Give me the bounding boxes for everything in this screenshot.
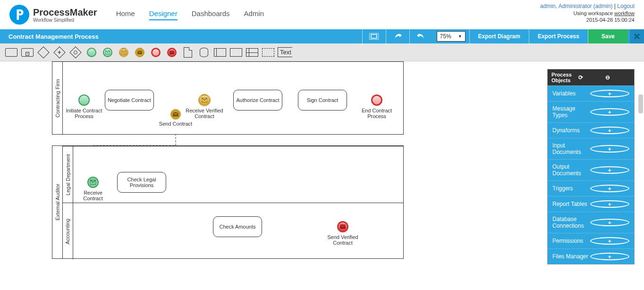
message-start-icon[interactable] [101,47,114,58]
save-button[interactable]: Save [588,29,628,43]
logo-title: ProcessMaker [33,7,97,17]
svg-rect-1 [371,34,377,38]
gateway-plus-icon[interactable]: + [53,47,66,58]
pool-label: Contracting Firm [55,79,60,117]
process-title: Contract Management Process [8,33,362,40]
panel-item-database-connections[interactable]: Database Connections+ [548,212,634,233]
start-event-initiate[interactable] [78,94,90,106]
logo-subtitle: Workflow Simplified [33,17,97,23]
user-link[interactable]: admin, Administrator (admin) [540,3,612,9]
task-negotiate[interactable]: Negotiate Contract [105,90,154,111]
export-diagram-button[interactable]: Export Diagram [469,29,529,43]
logout-link[interactable]: Logout [617,3,635,9]
undo-button[interactable] [409,29,433,43]
nav-designer[interactable]: Designer [149,9,178,20]
task-check-amounts[interactable]: Check Amounts [213,216,262,237]
gateway-shape-icon[interactable] [37,47,50,58]
scrollbar-hint[interactable] [638,94,643,113]
pool-icon[interactable] [213,47,227,58]
intermediate-send-contract[interactable] [170,109,181,119]
task-sign[interactable]: Sign Contract [298,90,347,111]
export-process-button[interactable]: Export Process [529,29,588,43]
close-button[interactable] [630,29,644,43]
lane-accounting-label: Accounting [65,218,71,244]
panel-item-variables[interactable]: Variables+ [548,85,634,101]
logo: ProcessMaker Workflow Simplified [9,5,97,25]
intermediate-label-recv: Receive Verified Contract [186,108,223,119]
receive-contract-label: Receive Contract [74,190,112,201]
add-icon[interactable]: + [590,253,630,260]
end-event-icon[interactable] [149,47,162,58]
add-icon[interactable]: + [590,200,630,208]
refresh-icon[interactable]: ⟳ [578,74,603,81]
panel-item-permissions[interactable]: Permissions+ [548,233,634,248]
task-authorize[interactable]: Authorize Contract [233,90,282,111]
end-event-send-verified[interactable] [337,221,348,232]
message-end-icon[interactable] [165,47,178,58]
intermediate-label-send: Send Contract [157,121,195,127]
add-icon[interactable]: + [590,127,630,134]
add-icon[interactable]: + [590,108,630,116]
task-check-legal[interactable]: Check Legal Provisions [117,172,166,193]
nav-home[interactable]: Home [116,9,135,20]
intermediate-receive-verified[interactable] [198,94,211,106]
panel-item-dynaforms[interactable]: Dynaforms+ [548,122,634,138]
text-annotation-icon[interactable]: Text [278,47,292,58]
logo-icon [9,5,29,25]
redo-button[interactable] [386,29,409,43]
panel-title: Process Objects [551,72,576,83]
add-icon[interactable]: + [590,166,630,174]
lane-icon[interactable] [229,47,243,58]
add-icon[interactable]: + [590,90,630,97]
shape-toolbar: + + Text [0,43,644,61]
panel-item-report-tables[interactable]: Report Tables+ [548,196,634,212]
collapse-icon[interactable]: ⊖ [605,74,630,81]
subprocess-shape-icon[interactable]: + [21,47,34,58]
send-verified-label: Send Verified Contract [324,234,362,246]
data-store-icon[interactable] [197,47,211,58]
panel-item-output-documents[interactable]: Output Documents+ [548,159,634,180]
end-event[interactable] [371,94,382,106]
intermediate-throw-icon[interactable] [133,47,146,58]
process-objects-panel: Process Objects ⟳ ⊖ Variables+ Message T… [547,69,635,264]
add-icon[interactable]: + [590,185,630,192]
fullscreen-button[interactable] [362,29,386,43]
start-event-icon[interactable] [85,47,98,58]
end-event-label: End Contract Process [358,108,396,119]
panel-item-files-manager[interactable]: Files Manager+ [548,248,634,264]
nav-admin[interactable]: Admin [244,9,264,20]
nav-dashboards[interactable]: Dashboards [192,9,230,20]
panel-item-triggers[interactable]: Triggers+ [548,180,634,196]
svg-rect-0 [369,33,379,40]
group-icon[interactable] [246,47,259,58]
timestamp: 2015-04-28 15:00:24 [540,17,635,23]
task-shape-icon[interactable] [5,47,18,58]
zoom-select[interactable]: 75% [437,31,466,42]
panel-item-message-types[interactable]: Message Types+ [548,101,634,122]
lane-legal-label: Legal Department [65,154,71,195]
add-icon[interactable]: + [590,145,630,153]
add-icon[interactable]: + [590,219,630,226]
panel-item-input-documents[interactable]: Input Documents+ [548,138,634,159]
annotation-icon[interactable] [262,47,275,58]
pool2-label: External Auditor [55,184,60,221]
start-event-label: Initiate Contract Process [65,108,103,119]
start-event-receive-contract[interactable] [87,177,99,188]
intermediate-event-icon[interactable] [117,47,130,58]
data-object-icon[interactable] [181,47,195,58]
add-icon[interactable]: + [590,237,630,245]
gateway-circle-icon[interactable] [69,47,82,58]
workspace-label: Using workspace workflow [540,10,635,16]
